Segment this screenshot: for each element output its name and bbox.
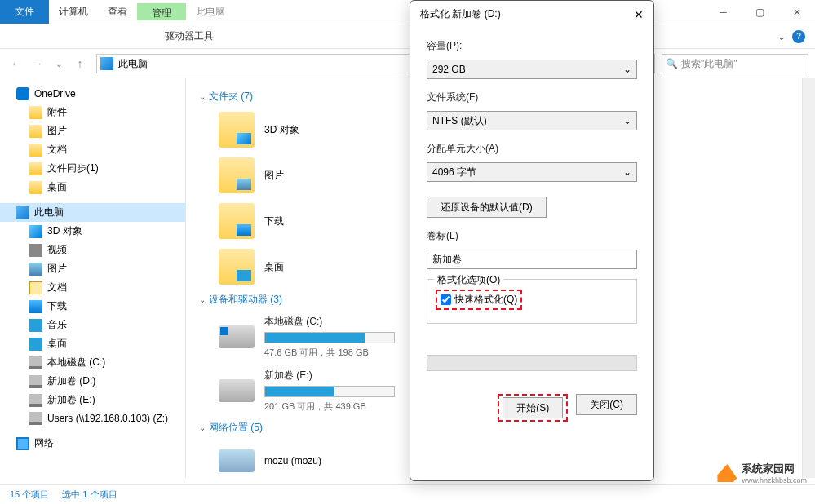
quick-format-checkbox[interactable]: 快速格式化(Q) (441, 293, 517, 307)
checkbox-input[interactable] (441, 294, 451, 305)
close-button[interactable]: 关闭(C) (576, 394, 637, 415)
music-icon (29, 319, 42, 332)
sidebar-thispc[interactable]: 此电脑 (0, 203, 185, 222)
pc-icon (100, 57, 113, 70)
address-text: 此电脑 (118, 57, 148, 71)
capacity-select[interactable]: 292 GB⌄ (427, 60, 637, 79)
sidebar-network[interactable]: 网络 (0, 434, 185, 453)
group-label: 网络位置 (5) (209, 421, 263, 435)
sidebar-item[interactable]: 新加卷 (E:) (0, 391, 185, 409)
watermark-icon (717, 464, 737, 482)
chevron-down-icon: ⌄ (623, 166, 631, 178)
sidebar-item-label: 图片 (47, 262, 67, 276)
sidebar-item[interactable]: 下载 (0, 297, 185, 316)
sidebar-item[interactable]: 3D 对象 (0, 222, 185, 241)
item-label: 图片 (264, 169, 284, 183)
usage-text: 201 GB 可用，共 439 GB (264, 400, 395, 413)
watermark-name: 系统家园网 (742, 462, 807, 476)
search-placeholder: 搜索"此电脑" (681, 57, 737, 71)
sidebar-item[interactable]: 文档 (0, 278, 185, 297)
onedrive-icon (16, 87, 29, 100)
select-value: NTFS (默认) (432, 114, 487, 128)
tab-drive-tools-group[interactable]: 管理 (137, 0, 186, 24)
watermark-url: www.hnzkhbsb.com (742, 476, 807, 484)
sidebar-item[interactable]: 文档 (0, 140, 185, 159)
search-input[interactable]: 🔍 搜索"此电脑" (662, 54, 808, 73)
tab-manage[interactable]: 管理 (137, 3, 186, 20)
sidebar-item[interactable]: 本地磁盘 (C:) (0, 353, 185, 372)
sidebar-onedrive[interactable]: OneDrive (0, 85, 185, 103)
restore-defaults-button[interactable]: 还原设备的默认值(D) (427, 197, 547, 218)
3d-objects-icon (29, 225, 42, 238)
recent-dropdown[interactable]: ⌄ (49, 54, 69, 73)
maximize-button[interactable]: ▢ (742, 0, 778, 24)
format-dialog: 格式化 新加卷 (D:) ✕ 容量(P): 292 GB⌄ 文件系统(F) NT… (410, 0, 654, 481)
usage-bar (264, 386, 395, 397)
back-button[interactable]: ← (7, 54, 26, 73)
forward-button[interactable]: → (28, 54, 47, 73)
tab-drive-tools[interactable]: 驱动器工具 (150, 24, 228, 47)
sidebar-item[interactable]: 图片 (0, 259, 185, 278)
drive-icon (219, 319, 255, 355)
sidebar-item[interactable]: 桌面 (0, 334, 185, 353)
sidebar-item[interactable]: 音乐 (0, 316, 185, 334)
dialog-title: 格式化 新加卷 (D:) (420, 7, 501, 21)
dialog-close-button[interactable]: ✕ (634, 8, 644, 21)
volume-label-label: 卷标(L) (427, 229, 637, 243)
ribbon-row: 驱动器工具 ⌄ ? (0, 24, 815, 49)
close-button[interactable]: ✕ (778, 0, 815, 24)
folder-icon (29, 125, 42, 138)
folder-icon (29, 181, 42, 194)
documents-icon (29, 281, 42, 294)
sidebar-item-label: 文件同步(1) (47, 161, 99, 175)
drive-label: 本地磁盘 (C:) (264, 315, 395, 329)
sidebar-item-label: 桌面 (47, 180, 67, 194)
sidebar-item-label: 视频 (47, 243, 67, 257)
up-button[interactable]: ↑ (70, 54, 90, 73)
sidebar-item[interactable]: 视频 (0, 241, 185, 259)
allocation-select[interactable]: 4096 字节⌄ (427, 162, 637, 182)
sidebar-item[interactable]: 桌面 (0, 178, 185, 197)
folder-icon (29, 106, 42, 119)
sidebar-item[interactable]: 图片 (0, 122, 185, 140)
window-title: 此电脑 (186, 0, 235, 24)
ribbon-toggle-icon[interactable]: ⌄ (777, 31, 786, 42)
drive-icon (29, 375, 42, 388)
progress-bar (427, 355, 637, 371)
sidebar-item[interactable]: 文件同步(1) (0, 159, 185, 178)
downloads-icon (29, 300, 42, 313)
folder-icon (29, 162, 42, 175)
sidebar: OneDrive 附件 图片 文档 文件同步(1) 桌面 此电脑 3D 对象 视… (0, 78, 186, 478)
help-icon[interactable]: ? (792, 30, 805, 43)
search-icon: 🔍 (666, 58, 678, 69)
folder-icon (219, 203, 255, 239)
allocation-label: 分配单元大小(A) (427, 142, 637, 156)
status-bar: 15 个项目 选中 1 个项目 (0, 484, 815, 504)
titlebar: 文件 计算机 查看 管理 此电脑 ─ ▢ ✕ (0, 0, 815, 24)
sidebar-item[interactable]: Users (\\192.168.0.103) (Z:) (0, 409, 185, 427)
watermark: 系统家园网 www.hnzkhbsb.com (717, 462, 807, 484)
sidebar-item-label: 文档 (47, 281, 67, 294)
folder-icon (219, 112, 255, 148)
minimize-button[interactable]: ─ (705, 0, 742, 24)
tab-computer[interactable]: 计算机 (49, 0, 98, 24)
sidebar-item[interactable]: 新加卷 (D:) (0, 372, 185, 391)
volume-label-input[interactable] (427, 250, 637, 269)
sidebar-item[interactable]: 附件 (0, 103, 185, 122)
chevron-down-icon: ⌄ (623, 115, 631, 126)
drive-icon (29, 394, 42, 407)
network-icon (16, 437, 29, 450)
filesystem-select[interactable]: NTFS (默认)⌄ (427, 111, 637, 130)
tab-view[interactable]: 查看 (98, 0, 137, 24)
select-value: 292 GB (432, 64, 466, 75)
item-label: 桌面 (264, 260, 284, 274)
sidebar-item-label: 本地磁盘 (C:) (47, 356, 105, 369)
content-scrollbar[interactable] (802, 78, 815, 478)
network-location-icon (219, 443, 255, 478)
sidebar-item-label: Users (\\192.168.0.103) (Z:) (47, 413, 168, 424)
start-button[interactable]: 开始(S) (503, 397, 563, 418)
navigation-bar: ← → ⌄ ↑ 此电脑 ⌄ ↻ 🔍 搜索"此电脑" (0, 49, 815, 78)
network-drive-icon (29, 412, 42, 425)
sidebar-item-label: 下载 (47, 299, 67, 313)
tab-file[interactable]: 文件 (0, 0, 49, 24)
